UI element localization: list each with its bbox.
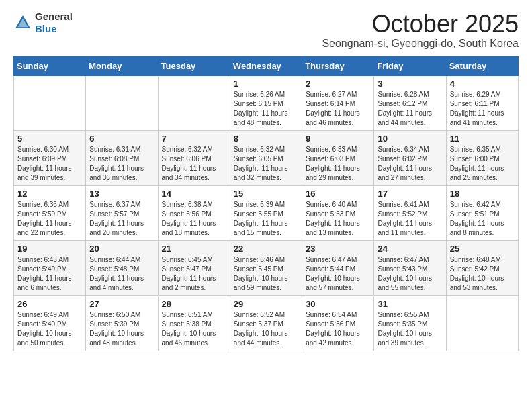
calendar-cell: 25Sunrise: 6:48 AM Sunset: 5:42 PM Dayli… [446, 240, 518, 295]
calendar-cell: 14Sunrise: 6:38 AM Sunset: 5:56 PM Dayli… [158, 185, 230, 240]
calendar-cell [86, 75, 158, 130]
day-number: 29 [234, 299, 298, 309]
day-info: Sunrise: 6:37 AM Sunset: 5:57 PM Dayligh… [89, 200, 154, 238]
day-info: Sunrise: 6:38 AM Sunset: 5:56 PM Dayligh… [162, 200, 226, 238]
calendar-cell: 7Sunrise: 6:32 AM Sunset: 6:06 PM Daylig… [158, 130, 230, 185]
calendar-cell: 27Sunrise: 6:50 AM Sunset: 5:39 PM Dayli… [86, 295, 158, 351]
calendar-week-row: 26Sunrise: 6:49 AM Sunset: 5:40 PM Dayli… [14, 295, 519, 351]
day-info: Sunrise: 6:50 AM Sunset: 5:39 PM Dayligh… [89, 310, 154, 348]
calendar-cell: 24Sunrise: 6:47 AM Sunset: 5:43 PM Dayli… [374, 240, 446, 295]
calendar-cell: 22Sunrise: 6:46 AM Sunset: 5:45 PM Dayli… [230, 240, 302, 295]
calendar-cell: 29Sunrise: 6:52 AM Sunset: 5:37 PM Dayli… [230, 295, 302, 351]
calendar-week-row: 5Sunrise: 6:30 AM Sunset: 6:09 PM Daylig… [14, 130, 519, 185]
day-info: Sunrise: 6:30 AM Sunset: 6:09 PM Dayligh… [17, 145, 82, 183]
day-number: 17 [378, 189, 442, 199]
calendar-cell: 1Sunrise: 6:26 AM Sunset: 6:15 PM Daylig… [230, 75, 302, 130]
day-info: Sunrise: 6:28 AM Sunset: 6:12 PM Dayligh… [378, 90, 442, 128]
calendar-table: SundayMondayTuesdayWednesdayThursdayFrid… [13, 56, 519, 351]
calendar-cell [14, 75, 86, 130]
logo: General Blue [13, 11, 73, 35]
day-info: Sunrise: 6:49 AM Sunset: 5:40 PM Dayligh… [17, 310, 82, 348]
day-info: Sunrise: 6:47 AM Sunset: 5:43 PM Dayligh… [378, 255, 442, 293]
location: Seongnam-si, Gyeonggi-do, South Korea [322, 38, 519, 50]
calendar-cell: 17Sunrise: 6:41 AM Sunset: 5:52 PM Dayli… [374, 185, 446, 240]
weekday-header: Thursday [302, 56, 374, 75]
day-number: 1 [234, 79, 298, 89]
calendar-cell: 15Sunrise: 6:39 AM Sunset: 5:55 PM Dayli… [230, 185, 302, 240]
day-number: 12 [17, 189, 82, 199]
weekday-header: Monday [86, 56, 158, 75]
calendar-cell: 5Sunrise: 6:30 AM Sunset: 6:09 PM Daylig… [14, 130, 86, 185]
calendar-cell: 20Sunrise: 6:44 AM Sunset: 5:48 PM Dayli… [86, 240, 158, 295]
day-number: 27 [89, 299, 154, 309]
day-info: Sunrise: 6:34 AM Sunset: 6:02 PM Dayligh… [378, 145, 442, 183]
calendar-cell: 3Sunrise: 6:28 AM Sunset: 6:12 PM Daylig… [374, 75, 446, 130]
weekday-header: Friday [374, 56, 446, 75]
calendar-cell: 30Sunrise: 6:54 AM Sunset: 5:36 PM Dayli… [302, 295, 374, 351]
day-info: Sunrise: 6:39 AM Sunset: 5:55 PM Dayligh… [234, 200, 298, 238]
calendar-week-row: 1Sunrise: 6:26 AM Sunset: 6:15 PM Daylig… [14, 75, 519, 130]
day-number: 19 [17, 244, 82, 254]
day-number: 10 [378, 134, 442, 144]
day-number: 14 [162, 189, 226, 199]
day-info: Sunrise: 6:48 AM Sunset: 5:42 PM Dayligh… [450, 255, 515, 293]
day-info: Sunrise: 6:43 AM Sunset: 5:49 PM Dayligh… [17, 255, 82, 293]
day-info: Sunrise: 6:32 AM Sunset: 6:05 PM Dayligh… [234, 145, 298, 183]
logo-blue: Blue [35, 23, 57, 34]
calendar-cell: 9Sunrise: 6:33 AM Sunset: 6:03 PM Daylig… [302, 130, 374, 185]
day-number: 8 [234, 134, 298, 144]
calendar-week-row: 12Sunrise: 6:36 AM Sunset: 5:59 PM Dayli… [14, 185, 519, 240]
day-number: 16 [306, 189, 370, 199]
day-info: Sunrise: 6:46 AM Sunset: 5:45 PM Dayligh… [234, 255, 298, 293]
calendar-cell: 26Sunrise: 6:49 AM Sunset: 5:40 PM Dayli… [14, 295, 86, 351]
calendar-cell: 10Sunrise: 6:34 AM Sunset: 6:02 PM Dayli… [374, 130, 446, 185]
month-title: October 2025 [322, 11, 519, 38]
day-number: 15 [234, 189, 298, 199]
calendar-cell: 16Sunrise: 6:40 AM Sunset: 5:53 PM Dayli… [302, 185, 374, 240]
day-number: 9 [306, 134, 370, 144]
title-block: October 2025 Seongnam-si, Gyeonggi-do, S… [322, 11, 519, 50]
calendar-cell [158, 75, 230, 130]
day-info: Sunrise: 6:47 AM Sunset: 5:44 PM Dayligh… [306, 255, 370, 293]
day-info: Sunrise: 6:33 AM Sunset: 6:03 PM Dayligh… [306, 145, 370, 183]
calendar-cell: 18Sunrise: 6:42 AM Sunset: 5:51 PM Dayli… [446, 185, 518, 240]
day-number: 28 [162, 299, 226, 309]
day-info: Sunrise: 6:54 AM Sunset: 5:36 PM Dayligh… [306, 310, 370, 348]
day-number: 31 [378, 299, 442, 309]
logo-icon [13, 13, 32, 32]
day-info: Sunrise: 6:35 AM Sunset: 6:00 PM Dayligh… [450, 145, 515, 183]
calendar-week-row: 19Sunrise: 6:43 AM Sunset: 5:49 PM Dayli… [14, 240, 519, 295]
day-number: 25 [450, 244, 515, 254]
weekday-header: Wednesday [230, 56, 302, 75]
day-info: Sunrise: 6:55 AM Sunset: 5:35 PM Dayligh… [378, 310, 442, 348]
day-number: 5 [17, 134, 82, 144]
day-number: 13 [89, 189, 154, 199]
day-number: 7 [162, 134, 226, 144]
page-header: General Blue October 2025 Seongnam-si, G… [13, 11, 519, 50]
day-number: 2 [306, 79, 370, 89]
calendar-cell: 28Sunrise: 6:51 AM Sunset: 5:38 PM Dayli… [158, 295, 230, 351]
calendar-header: SundayMondayTuesdayWednesdayThursdayFrid… [14, 56, 519, 75]
day-number: 4 [450, 79, 515, 89]
logo-text: General Blue [35, 11, 73, 35]
weekday-row: SundayMondayTuesdayWednesdayThursdayFrid… [14, 56, 519, 75]
day-number: 11 [450, 134, 515, 144]
calendar-cell: 21Sunrise: 6:45 AM Sunset: 5:47 PM Dayli… [158, 240, 230, 295]
calendar-cell: 4Sunrise: 6:29 AM Sunset: 6:11 PM Daylig… [446, 75, 518, 130]
day-number: 24 [378, 244, 442, 254]
day-info: Sunrise: 6:26 AM Sunset: 6:15 PM Dayligh… [234, 90, 298, 128]
calendar-cell [446, 295, 518, 351]
day-info: Sunrise: 6:51 AM Sunset: 5:38 PM Dayligh… [162, 310, 226, 348]
day-info: Sunrise: 6:29 AM Sunset: 6:11 PM Dayligh… [450, 90, 515, 128]
day-number: 6 [89, 134, 154, 144]
calendar-cell: 8Sunrise: 6:32 AM Sunset: 6:05 PM Daylig… [230, 130, 302, 185]
day-info: Sunrise: 6:27 AM Sunset: 6:14 PM Dayligh… [306, 90, 370, 128]
calendar-cell: 23Sunrise: 6:47 AM Sunset: 5:44 PM Dayli… [302, 240, 374, 295]
day-number: 21 [162, 244, 226, 254]
calendar-cell: 19Sunrise: 6:43 AM Sunset: 5:49 PM Dayli… [14, 240, 86, 295]
day-number: 18 [450, 189, 515, 199]
weekday-header: Saturday [446, 56, 518, 75]
calendar-cell: 11Sunrise: 6:35 AM Sunset: 6:00 PM Dayli… [446, 130, 518, 185]
day-number: 26 [17, 299, 82, 309]
weekday-header: Sunday [14, 56, 86, 75]
